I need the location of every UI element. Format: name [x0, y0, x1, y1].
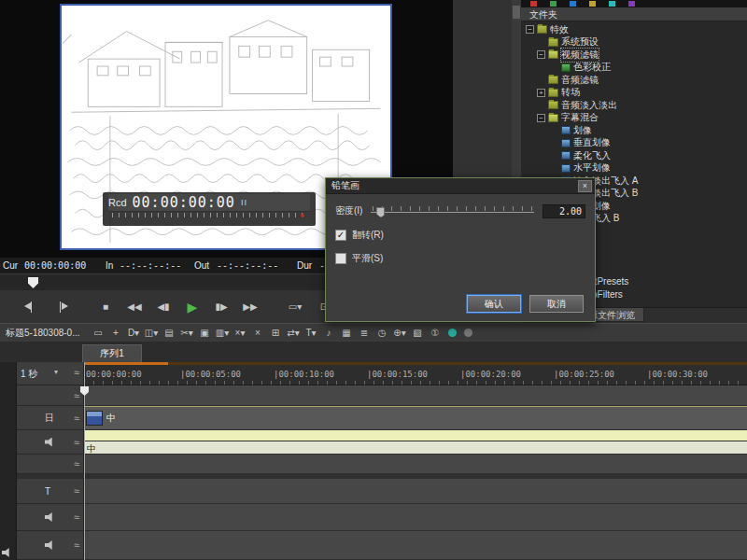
- smooth-option[interactable]: 平滑(S): [335, 252, 585, 265]
- play-button[interactable]: ▶: [179, 296, 205, 318]
- track-expander-icon[interactable]: ≈: [74, 539, 79, 551]
- track-header-audio[interactable]: ≈: [17, 430, 84, 455]
- grid-icon[interactable]: ⊞: [267, 326, 285, 341]
- tree-item-audio-filters[interactable]: 音频滤镜: [521, 74, 747, 87]
- track-header[interactable]: ≈: [17, 455, 84, 474]
- timeline-ruler[interactable]: 00:00:00:00 |00:00:05:00 |00:00:10:00 |0…: [84, 362, 747, 385]
- speaker-icon[interactable]: [2, 548, 12, 557]
- track-expander-icon[interactable]: ≈: [74, 485, 79, 497]
- track-header-video[interactable]: 日 ≈: [17, 406, 84, 430]
- paste-icon[interactable]: ▥▾: [214, 326, 232, 341]
- tree-item-effects[interactable]: − 特效: [521, 23, 747, 36]
- track-lane-empty[interactable]: [84, 385, 747, 406]
- tree-item-title-mixer[interactable]: − 字幕混合: [521, 112, 747, 125]
- delete-icon[interactable]: ×: [249, 326, 267, 341]
- scrollbar-thumb[interactable]: [513, 6, 520, 19]
- track-lanes: 中 中: [84, 385, 747, 560]
- tree-item-wipe[interactable]: 划像: [521, 124, 747, 137]
- audio-clip[interactable]: 中: [84, 441, 747, 455]
- expander-icon[interactable]: +: [537, 89, 545, 97]
- mark-in-button[interactable]: [19, 296, 45, 318]
- slider-ticks: [373, 206, 532, 211]
- track-header-audio[interactable]: ≈: [17, 531, 84, 560]
- scrubber-playhead[interactable]: [28, 277, 38, 288]
- tree-item-system-presets[interactable]: 系统预设: [521, 36, 747, 49]
- track-expander-icon[interactable]: ≈: [74, 390, 79, 401]
- speaker-icon[interactable]: [45, 540, 55, 550]
- add-icon[interactable]: +: [107, 326, 125, 341]
- delete-menu-icon[interactable]: ×▾: [232, 326, 249, 341]
- new-sequence-icon[interactable]: D▾: [125, 326, 143, 341]
- mark-out-button[interactable]: [48, 296, 74, 318]
- track-expander-icon[interactable]: ≈: [74, 458, 79, 469]
- voiceover-icon[interactable]: ♪: [320, 326, 338, 341]
- copy-icon[interactable]: ▣: [196, 326, 214, 341]
- pattern-icon[interactable]: ▧: [409, 326, 427, 341]
- title-track-icon[interactable]: T: [45, 486, 50, 497]
- status-dot-gray-icon[interactable]: [464, 329, 472, 337]
- clock-icon[interactable]: ◷: [374, 326, 391, 341]
- audio-clip-waveform[interactable]: [84, 430, 747, 441]
- track-lane-video[interactable]: 中: [84, 406, 747, 430]
- close-icon[interactable]: ×: [578, 180, 592, 192]
- timeline: 1 秒 ▾ ≈ 00:00:00:00 |00:00:05:00 |00:00:…: [0, 362, 747, 560]
- zoom-icon[interactable]: ⊕▾: [391, 326, 409, 341]
- monitor-mode-button[interactable]: ▭▾: [282, 296, 308, 318]
- tree-item-soft-flyin[interactable]: 柔化飞入: [521, 149, 747, 162]
- pointer-tool-icon[interactable]: ▭: [90, 326, 107, 341]
- track-expander-icon[interactable]: ≈: [74, 437, 79, 448]
- expander-icon[interactable]: −: [526, 25, 534, 34]
- tab-sequence-1[interactable]: 序列1: [82, 344, 142, 362]
- slider-thumb[interactable]: [376, 207, 385, 217]
- track-header[interactable]: ≈: [17, 385, 84, 406]
- status-dot-teal-icon[interactable]: [448, 329, 457, 337]
- mixer-icon[interactable]: ▦: [338, 326, 356, 341]
- track-lane-audio[interactable]: [84, 531, 747, 560]
- tree-item-audio-fade[interactable]: 音频淡入淡出: [521, 99, 747, 112]
- tree-item-label: 系统预设: [561, 35, 599, 49]
- track-lane-empty[interactable]: [84, 455, 747, 474]
- speaker-icon[interactable]: [45, 438, 55, 447]
- save-icon[interactable]: ◫▾: [143, 326, 161, 341]
- fast-forward-button[interactable]: ▶▶: [237, 296, 263, 318]
- timeline-left-rail: [0, 362, 17, 560]
- timecode-ruler[interactable]: [112, 213, 306, 220]
- speaker-icon[interactable]: [45, 512, 55, 522]
- numbered-icon[interactable]: ①: [427, 326, 444, 341]
- expander-icon[interactable]: −: [537, 114, 545, 122]
- track-lane-audio[interactable]: [84, 504, 747, 531]
- capture-icon[interactable]: ▤: [161, 326, 178, 341]
- video-clip[interactable]: 中: [84, 406, 747, 429]
- track-expander-icon[interactable]: ≈: [74, 367, 79, 378]
- track-header-audio[interactable]: ≈: [17, 504, 84, 531]
- timescale-selector[interactable]: 1 秒 ▾ ≈: [17, 362, 84, 385]
- rewind-button[interactable]: ◀◀: [121, 296, 148, 318]
- tree-item-label: 水平划像: [573, 161, 611, 175]
- track-header-title[interactable]: T ≈: [17, 479, 84, 504]
- stop-button[interactable]: ■: [92, 296, 119, 318]
- checkbox-unchecked-icon[interactable]: [335, 253, 346, 264]
- step-forward-button[interactable]: ▮▶: [208, 296, 234, 318]
- title-tool-icon[interactable]: T▾: [303, 326, 320, 341]
- track-expander-icon[interactable]: ≈: [74, 511, 79, 523]
- tree-item-color-correction[interactable]: 色彩校正: [521, 62, 747, 75]
- flip-option[interactable]: ✓ 翻转(R): [335, 229, 585, 242]
- tree-item-vertical-wipe[interactable]: 垂直划像: [521, 137, 747, 150]
- track-lane-title[interactable]: [84, 479, 747, 504]
- track-expander-icon[interactable]: ≈: [74, 413, 79, 424]
- cancel-button[interactable]: 取消: [529, 295, 584, 313]
- expander-icon[interactable]: −: [537, 50, 545, 59]
- ok-button[interactable]: 确认: [467, 295, 521, 313]
- dialog-titlebar[interactable]: 铅笔画 ×: [326, 178, 595, 194]
- density-slider[interactable]: [369, 203, 536, 218]
- step-back-button[interactable]: ◀▮: [150, 296, 176, 318]
- cut-icon[interactable]: ✂▾: [178, 326, 196, 341]
- density-value-field[interactable]: 2.00: [543, 204, 585, 218]
- ripple-icon[interactable]: ⇄▾: [285, 326, 303, 341]
- tree-item-video-filters[interactable]: − 视频滤镜: [521, 49, 747, 62]
- tree-item-horizontal-wipe[interactable]: 水平划像: [521, 162, 747, 175]
- tree-item-transitions[interactable]: + 转场: [521, 87, 747, 100]
- video-track-icon[interactable]: 日: [45, 412, 54, 425]
- list-icon[interactable]: ≣: [356, 326, 374, 341]
- checkbox-checked-icon[interactable]: ✓: [335, 230, 346, 241]
